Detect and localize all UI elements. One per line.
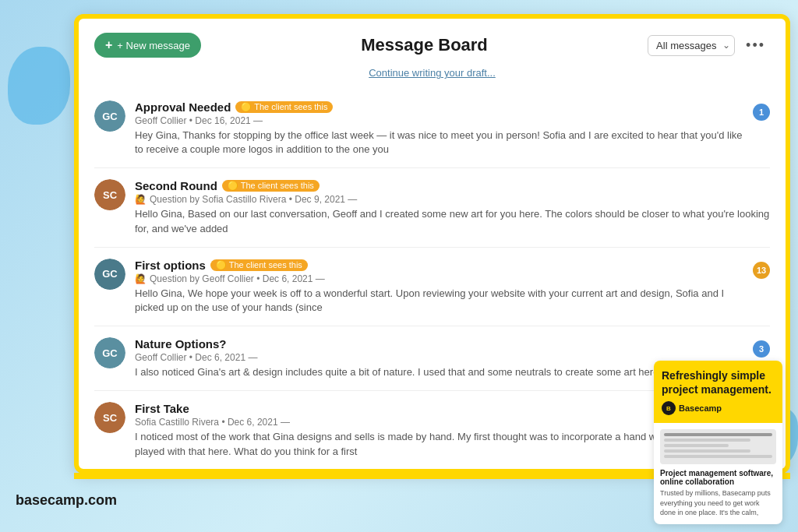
message-title: Nature Options? [135,337,227,351]
avatar: SC [94,402,125,433]
table-row[interactable]: GC Approval Needed 🟡 The client sees thi… [94,90,770,168]
header-controls: All messages Just mine Drafts ••• [648,34,770,57]
avatar: SC [94,179,125,210]
message-preview: Hello Gina, We hope your week is off to … [135,287,747,315]
message-body: Approval Needed 🟡 The client sees this G… [135,100,747,157]
message-title: Approval Needed [135,100,231,114]
blob-left [8,47,70,125]
message-header-line: Nature Options? [135,337,747,351]
client-badge: 🟡 The client sees this [222,180,320,192]
ad-bottom: Project management software, online coll… [654,423,782,524]
message-title: First Take [135,402,189,415]
avatar: GC [94,259,125,290]
ad-desc-title: Project management software, online coll… [660,469,776,486]
ad-tagline: Refreshingly simple project management. [662,368,775,396]
table-row[interactable]: SC Second Round 🟡 The client sees this 🙋… [94,168,770,247]
draft-link[interactable]: Continue writing your draft... [94,67,770,79]
message-header-line: Second Round 🟡 The client sees this [135,179,770,192]
message-preview: Hey Gina, Thanks for stopping by the off… [135,129,747,157]
unread-badge: 13 [753,262,770,279]
unread-badge: 1 [753,104,770,121]
filter-select[interactable]: All messages Just mine Drafts [648,35,735,56]
ad-line-4 [664,449,750,453]
ad-line-1 [664,433,772,436]
avatar: GC [94,100,125,132]
unread-badge: 3 [753,340,770,358]
more-options-button[interactable]: ••• [741,34,770,57]
question-icon: 🙋 [135,273,147,284]
plus-icon: + [105,38,112,52]
avatar: GC [94,337,125,368]
basecamp-logo-icon: B [662,401,676,415]
message-title: Second Round [135,179,217,192]
ad-panel[interactable]: Refreshingly simple project management. … [654,361,782,524]
new-message-button[interactable]: + + New message [94,33,201,58]
message-header-line: First options 🟡 The client sees this [135,259,747,272]
client-badge: 🟡 The client sees this [235,101,333,113]
message-meta: Geoff Collier • Dec 16, 2021 — [135,115,747,126]
ad-top: Refreshingly simple project management. … [654,361,782,423]
ad-line-2 [664,439,750,442]
page-title: Message Board [201,35,648,55]
question-icon: 🙋 [135,194,147,205]
filter-wrapper: All messages Just mine Drafts [648,35,735,56]
message-meta: 🙋 Question by Geoff Collier • Dec 6, 202… [135,273,747,284]
table-row[interactable]: GC First options 🟡 The client sees this … [94,248,770,326]
message-body: Second Round 🟡 The client sees this 🙋 Qu… [135,179,770,235]
new-message-label: + New message [117,40,190,51]
ad-logo-label: Basecamp [679,403,722,413]
client-badge: 🟡 The client sees this [210,259,308,271]
message-preview: Hello Gina, Based on our last conversati… [135,207,770,235]
message-meta: 🙋 Question by Sofia Castillo Rivera • De… [135,194,770,205]
message-title: First options [135,259,206,272]
basecamp-url: basecamp.com [16,492,117,509]
message-meta: Geoff Collier • Dec 6, 2021 — [135,352,747,363]
ad-logo: B Basecamp [662,401,775,415]
ad-screenshot-mockup [660,429,776,464]
ad-desc-text: Trusted by millions, Basecamp puts every… [660,488,776,518]
message-body: First options 🟡 The client sees this 🙋 Q… [135,259,747,315]
ad-line-3 [664,444,729,447]
header: + + New message Message Board All messag… [94,33,770,58]
message-header-line: Approval Needed 🟡 The client sees this [135,100,747,114]
ad-line-5 [664,455,772,458]
